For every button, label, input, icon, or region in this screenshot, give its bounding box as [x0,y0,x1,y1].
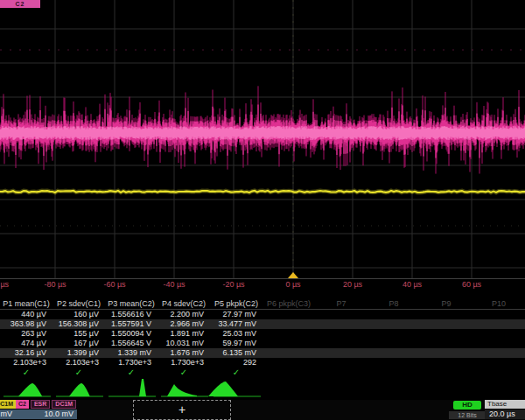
measurement-sdev-p9 [420,348,472,358]
measurement-value-p2: 160 µV [52,310,105,319]
measurement-value-p7 [315,310,368,319]
measurement-mean-p10 [472,319,525,329]
measurement-sdev-p7 [315,348,368,358]
measurement-status-p3: ✓ [105,368,158,379]
add-trace-button[interactable]: + [133,400,231,420]
measurement-max-p7 [315,339,368,348]
measurement-value-p1: 440 µV [0,310,52,319]
measurement-num-p1: 2.103e+3 [0,358,52,368]
measurement-min-p7 [315,329,368,339]
measure-row-max: 474 µV167 µV1.556645 V10.031 mV59.97 mV [0,339,525,348]
measurement-status-p6 [262,368,315,379]
measurement-header-p9[interactable]: P9 [420,299,472,309]
measurement-min-p1: 263 µV [0,329,52,339]
measurement-header-p8[interactable]: P8 [368,299,420,309]
timebase-value: 20.0 µs [485,410,525,419]
measurement-min-p2: 155 µV [52,329,105,339]
measurement-mean-p2: 156.308 µV [52,319,105,329]
measurement-header-p10[interactable]: P10 [472,299,525,309]
hd-mode-badge[interactable]: HD [453,401,481,410]
measurement-header-p6[interactable]: P6 pkpk(C3) [262,299,315,309]
measurement-sdev-p3: 1.339 mV [105,348,158,358]
c2-coupling-badge: DC1M [52,400,76,409]
timebase-label: Tbase [485,400,525,409]
measurement-histicon-p5[interactable] [208,382,261,396]
measure-row-min: 263 µV155 µV1.550094 V1.891 mV25.03 mV [0,329,525,339]
time-axis-label: 40 µs [402,280,422,289]
measurement-status-p2: ✓ [52,368,105,379]
channel-c2-descriptor[interactable]: C2 ESR DC1M 10.0 mV [16,400,77,419]
measurement-header-p5[interactable]: P5 pkpk(C2) [210,299,262,309]
measurement-sdev-p8 [368,348,420,358]
measurement-header-p3[interactable]: P3 mean(C2) [105,299,158,309]
trigger-position-marker[interactable] [288,272,298,278]
measurement-value-p10 [472,310,525,319]
bottom-descriptor-bar: DC1M 10.0 mV C2 ESR DC1M 10.0 mV + HD 12… [0,400,525,420]
measurement-histicon-p3[interactable] [108,379,156,396]
measurement-mean-p4: 2.966 mV [158,319,210,329]
measurement-max-p5: 59.97 mV [210,339,262,348]
measurement-value-p6 [262,310,315,319]
measurement-header-p1[interactable]: P1 mean(C1) [0,299,52,309]
measure-row-mean: 363.98 µV156.308 µV1.557591 V2.966 mV33.… [0,319,525,329]
measurement-sdev-p5: 6.135 mV [210,348,262,358]
measurement-min-p3: 1.550094 V [105,329,158,339]
trace-label-chip[interactable]: C2 [0,0,40,8]
measurement-sdev-p6 [262,348,315,358]
measurement-status-p8 [368,368,420,379]
time-axis-label: -60 µs [103,280,125,289]
measurement-max-p1: 474 µV [0,339,52,348]
measurement-max-p8 [368,339,420,348]
measurement-value-p5: 27.97 mV [210,310,262,319]
measurement-sdev-p2: 1.399 µV [52,348,105,358]
measurement-num-p4: 1.730e+3 [158,358,210,368]
measurement-mean-p9 [420,319,472,329]
waveform-grid: C2 [0,0,525,279]
measurement-min-p6 [262,329,315,339]
measurement-header-p4[interactable]: P4 sdev(C2) [158,299,210,309]
measurement-min-p8 [368,329,420,339]
measure-row-num: 2.103e+32.103e+31.730e+31.730e+3292 [0,358,525,368]
measurement-mean-p3: 1.557591 V [105,319,158,329]
measurement-num-p6 [262,358,315,368]
measurement-mean-p7 [315,319,368,329]
measurement-num-p10 [472,358,525,368]
measure-row-value: 440 µV160 µV1.556616 V2.200 mV27.97 mV [0,310,525,319]
measurement-num-p3: 1.730e+3 [105,358,158,368]
measurement-max-p4: 10.031 mV [158,339,210,348]
measurement-header-p7[interactable]: P7 [315,299,368,309]
oscilloscope-screen: C2 -100 µs-80 µs-60 µs-40 µs-20 µs0 µs20… [0,0,525,420]
time-axis-label: 20 µs [343,280,362,289]
time-axis-label: -20 µs [222,280,244,289]
measurement-num-p8 [368,358,420,368]
measurement-value-p4: 2.200 mV [158,310,210,319]
time-axis-label: -100 µs [0,280,9,289]
measurement-status-p5: ✓ [210,368,262,379]
waveform-svg [0,0,525,278]
measurement-status-p4: ✓ [158,368,210,379]
measurement-min-p10 [472,329,525,339]
c1-scale-value: 10.0 mV [0,410,16,419]
measurement-num-p9 [420,358,472,368]
measurement-num-p5: 292 [210,358,262,368]
time-axis-label: -80 µs [44,280,66,289]
measurement-max-p2: 167 µV [52,339,105,348]
c2-channel-badge: C2 [16,400,29,409]
measurement-histicon-p4[interactable] [161,384,208,396]
c2-scale-value: 10.0 mV [16,410,77,419]
measurement-min-p5: 25.03 mV [210,329,262,339]
measurement-max-p3: 1.556645 V [105,339,158,348]
measurement-max-p6 [262,339,315,348]
measurement-mean-p5: 33.477 mV [210,319,262,329]
measurement-histicon-p1[interactable] [4,383,51,396]
measurement-sdev-p10 [472,348,525,358]
measurement-histicon-p2[interactable] [56,383,103,396]
measurement-status-p10 [472,368,525,379]
measurement-header-p2[interactable]: P2 sdev(C1) [52,299,105,309]
channel-c1-descriptor[interactable]: DC1M 10.0 mV [0,400,16,419]
measurement-min-p9 [420,329,472,339]
timebase-descriptor[interactable]: Tbase 20.0 µs [485,400,525,419]
measurement-status-p7 [315,368,368,379]
measurement-mean-p1: 363.98 µV [0,319,52,329]
measurement-value-p9 [420,310,472,319]
